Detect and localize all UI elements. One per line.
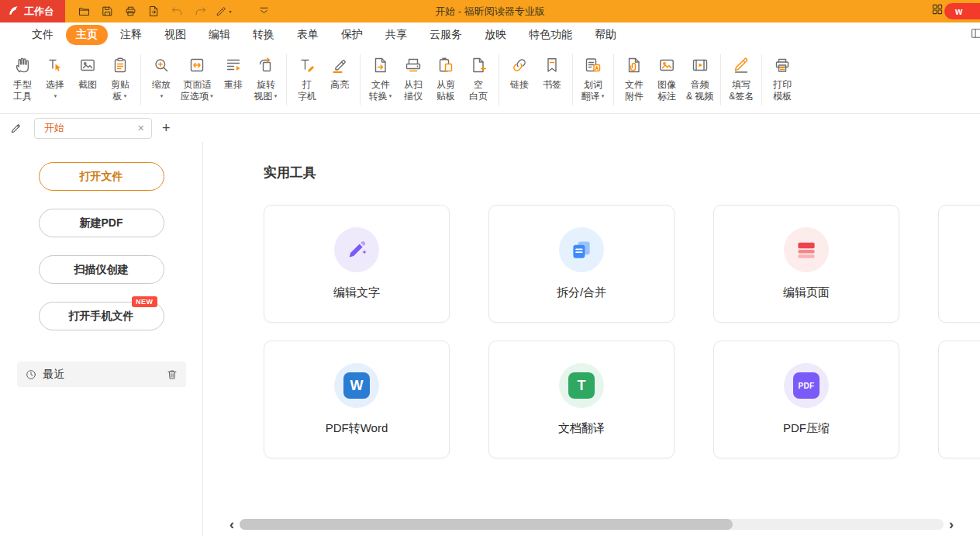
tool-clipboard[interactable]: 剪贴板▼ (104, 52, 136, 102)
pdf-to-word-icon: W (334, 363, 379, 408)
tool-bookmark[interactable]: 书签 (536, 52, 568, 91)
tab-start[interactable]: 开始 × (34, 118, 152, 139)
menu-item-share[interactable]: 共享 (375, 25, 417, 45)
tool-blank-page[interactable]: 空白页 (462, 52, 495, 102)
menu-item-present[interactable]: 放映 (474, 25, 516, 45)
menu-item-protect[interactable]: 保护 (331, 25, 373, 45)
select-label: 选择▼ (46, 79, 64, 102)
typewriter-icon (298, 54, 316, 77)
card-edit-pages[interactable]: 编辑页面 (713, 205, 899, 323)
menu-item-features[interactable]: 特色功能 (519, 25, 582, 45)
open-mobile-file-button[interactable]: 打开手机文件NEW (39, 302, 164, 330)
window-title: 开始 - 福昕阅读器专业版 (435, 5, 545, 19)
tool-convert-file[interactable]: 文件转换▼ (364, 52, 397, 102)
panel-toggle-icon[interactable] (970, 26, 980, 43)
menu-item-form[interactable]: 表单 (287, 25, 329, 45)
card-pdf-to-word[interactable]: WPDF转Word (264, 341, 450, 458)
menu-item-convert[interactable]: 转换 (243, 25, 285, 45)
tool-typewriter[interactable]: 打字机 (291, 52, 323, 102)
workspace-label: 工作台 (24, 5, 54, 19)
card-doc-translate[interactable]: T文档翻译 (488, 341, 675, 458)
card-label: 编辑页面 (783, 285, 830, 300)
menu-item-view[interactable]: 视图 (154, 25, 196, 45)
ribbon-group-9: 打印模板 (766, 52, 799, 102)
pen-tool-icon[interactable]: ▼ (214, 3, 233, 20)
tool-select[interactable]: 选择▼ (39, 52, 71, 102)
menu-item-edit[interactable]: 编辑 (198, 25, 240, 45)
tab-close-icon[interactable]: × (138, 123, 144, 133)
undo-icon[interactable] (167, 3, 186, 20)
ribbon-divider (613, 54, 614, 105)
card-pdf-compress[interactable]: PDFPDF压缩 (713, 341, 899, 458)
from-scanner-icon (404, 54, 423, 77)
highlight-icon (330, 54, 349, 77)
card-split-merge[interactable]: 拆分/合并 (488, 205, 675, 323)
scanner-create-button[interactable]: 扫描仪创建 (39, 255, 164, 284)
tool-link[interactable]: 链接 (503, 52, 536, 91)
tool-fill-sign[interactable]: 填写&签名 (725, 52, 757, 102)
tool-zoom[interactable]: 缩放▼ (145, 52, 178, 102)
tool-from-scanner[interactable]: 从扫描仪 (397, 52, 430, 102)
menubar: 文件主页注释视图编辑转换表单保护共享云服务放映特色功能帮助 (0, 22, 980, 47)
foxit-logo-icon (8, 5, 19, 19)
tool-reflow[interactable]: 重排 (217, 52, 250, 102)
card-label: PDF转Word (326, 421, 388, 436)
bookmark-label: 书签 (543, 79, 561, 91)
scroll-right-icon[interactable]: › (949, 517, 954, 531)
tool-print-template[interactable]: 打印模板 (766, 52, 799, 102)
tool-word-translate[interactable]: 划词翻译▼ (577, 52, 609, 102)
tool-image-annotation[interactable]: 图像标注 (650, 52, 683, 102)
save-icon[interactable] (98, 3, 116, 20)
tool-snapshot[interactable]: 截图 (71, 52, 104, 102)
tool-from-clipboard[interactable]: 从剪贴板 (430, 52, 462, 102)
open-folder-icon[interactable] (74, 3, 93, 20)
tool-file-attachment[interactable]: 文件附件 (618, 52, 650, 102)
select-icon (46, 54, 64, 77)
open-file-button[interactable]: 打开文件 (39, 162, 164, 191)
workspace-button[interactable]: 工作台 (0, 0, 65, 22)
tool-highlight[interactable]: 高亮 (323, 52, 356, 102)
menu-item-help[interactable]: 帮助 (585, 25, 626, 45)
from-clipboard-label: 从剪贴板 (437, 79, 455, 102)
edit-text-icon (334, 227, 379, 272)
word-translate-label: 划词翻译▼ (581, 79, 605, 102)
ribbon-divider (360, 54, 361, 105)
tool-hand-tool[interactable]: 手型工具 (6, 52, 39, 102)
menu-item-comment[interactable]: 注释 (110, 25, 152, 45)
scrollbar-thumb[interactable] (240, 519, 733, 530)
tab-pencil-icon[interactable] (9, 121, 23, 135)
redo-icon[interactable] (191, 3, 209, 20)
tabbar: 开始 × + (0, 114, 980, 142)
from-clipboard-icon (437, 54, 455, 77)
word-translate-icon (584, 54, 602, 77)
apps-grid-icon[interactable] (930, 2, 944, 19)
menu-item-file[interactable]: 文件 (22, 25, 64, 45)
scroll-left-icon[interactable]: ‹ (229, 517, 234, 531)
new-tab-button[interactable]: + (162, 121, 171, 135)
ribbon-group-2: 缩放▼页面适应选项▼重排旋转视图▼ (145, 52, 282, 102)
file-attachment-icon (625, 54, 644, 77)
scrollbar-track[interactable] (240, 519, 944, 530)
export-icon[interactable] (144, 3, 163, 20)
ribbon-divider (761, 54, 762, 105)
audio-video-label: 音频& 视频 (686, 79, 713, 102)
tool-page-fit[interactable]: 页面适应选项▼ (178, 52, 217, 102)
fill-sign-label: 填写&签名 (729, 79, 754, 102)
tool-audio-video[interactable]: 音频& 视频 (683, 52, 716, 102)
edit-pages-icon (784, 227, 829, 272)
print-template-label: 打印模板 (773, 79, 792, 102)
reflow-label: 重排 (224, 79, 243, 91)
new-pdf-button[interactable]: 新建PDF (39, 209, 164, 237)
print-icon[interactable] (121, 3, 140, 20)
tool-rotate-view[interactable]: 旋转视图▼ (250, 52, 282, 102)
trash-icon[interactable] (166, 368, 178, 381)
card-edit-text[interactable]: 编辑文字 (264, 205, 450, 323)
customize-toolbar-icon[interactable] (254, 3, 273, 20)
ribbon-group-7: 文件附件图像标注音频& 视频 (618, 52, 716, 102)
recent-row[interactable]: 最近 (17, 361, 186, 387)
menu-item-home[interactable]: 主页 (66, 25, 108, 45)
upgrade-button[interactable]: w (944, 3, 980, 19)
menu-item-cloud-service[interactable]: 云服务 (419, 25, 472, 45)
section-title: 实用工具 (264, 164, 980, 182)
card-partial-bottom (938, 341, 980, 458)
